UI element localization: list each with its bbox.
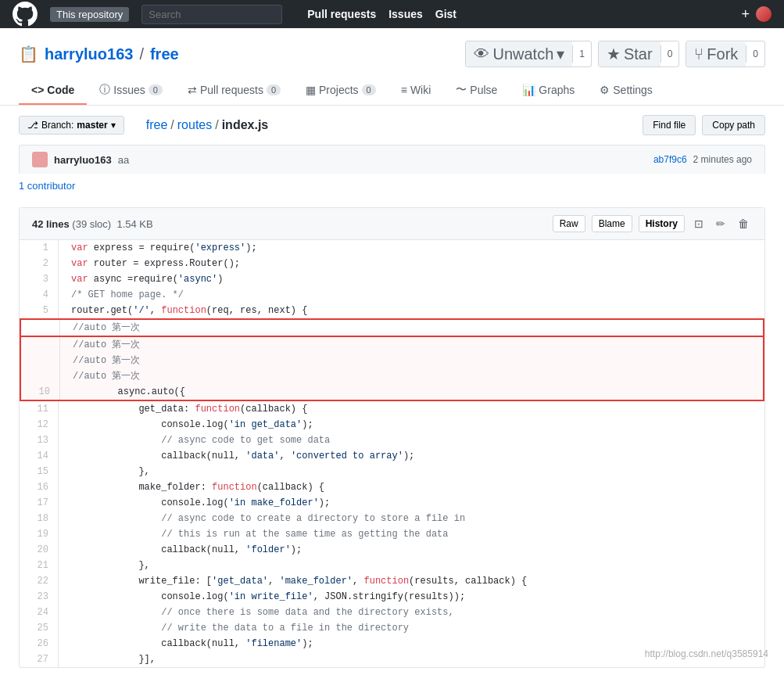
code-line: 21 }, — [20, 558, 764, 573]
breadcrumb-repo[interactable]: free — [146, 118, 168, 132]
code-line: 19 // this is run at the same time as ge… — [20, 526, 764, 542]
tab-code[interactable]: <> Code — [19, 77, 87, 105]
tab-wiki[interactable]: ≡ Wiki — [388, 77, 444, 105]
gist-nav[interactable]: Gist — [435, 8, 456, 20]
code-line: 16 make_folder: function(callback) { — [20, 479, 764, 495]
star-icon: ★ — [607, 45, 621, 63]
repo-scope-label: This repository — [50, 7, 129, 22]
code-line: 18 // async code to create a directory t… — [20, 511, 764, 526]
issues-badge: 0 — [149, 84, 163, 95]
code-line: 4 /* GET home page. */ — [20, 287, 764, 303]
pr-badge: 0 — [267, 84, 281, 95]
commit-author[interactable]: harryluo163 — [54, 154, 112, 166]
code-header: 42 lines (39 sloc) 1.54 KB Raw Blame His… — [20, 208, 764, 240]
issue-icon: ⓘ — [99, 83, 110, 97]
commit-time: 2 minutes ago — [693, 154, 752, 165]
raw-button[interactable]: Raw — [553, 215, 585, 232]
copy-path-button[interactable]: Copy path — [702, 115, 765, 135]
breadcrumb-actions: Find file Copy path — [643, 115, 765, 135]
code-line-highlighted: //auto 第一次 — [20, 353, 764, 368]
star-button[interactable]: ★ Star — [599, 41, 660, 66]
unwatch-count: 1 — [572, 45, 591, 63]
delete-icon-button[interactable]: 🗑 — [735, 214, 752, 233]
repo-header: 📋 harryluo163 / free 👁 Unwatch ▾ 1 ★ Sta… — [0, 28, 784, 106]
wiki-icon: ≡ — [401, 84, 407, 96]
code-icon: <> — [31, 84, 44, 96]
top-header: This repository Pull requests Issues Gis… — [0, 0, 784, 28]
star-group: ★ Star 0 — [598, 41, 679, 67]
eye-icon: 👁 — [474, 45, 489, 63]
fork-button[interactable]: ⑂ Fork — [686, 42, 746, 66]
branch-chevron-icon: ▾ — [111, 120, 116, 131]
code-line: 12 console.log('in get_data'); — [20, 417, 764, 433]
code-line: 2 var router = express.Router(); — [20, 256, 764, 271]
pulse-icon: 〜 — [456, 83, 467, 97]
code-line: 14 callback(null, 'data', 'converted to … — [20, 448, 764, 464]
book-icon: 📋 — [19, 45, 38, 63]
tab-issues[interactable]: ⓘ Issues 0 — [87, 77, 175, 105]
breadcrumb-row: ⎇ Branch: master ▾ free / routes / index… — [0, 106, 784, 145]
repo-owner-link[interactable]: harryluo163 — [45, 45, 133, 63]
code-line: 11 get_data: function(callback) { — [20, 401, 764, 417]
pull-requests-nav[interactable]: Pull requests — [307, 8, 376, 20]
code-line: 15 }, — [20, 464, 764, 479]
blame-button[interactable]: Blame — [592, 215, 632, 232]
header-nav: Pull requests Issues Gist — [307, 8, 456, 20]
edit-icon-button[interactable]: ✏ — [713, 214, 729, 233]
unwatch-group: 👁 Unwatch ▾ 1 — [465, 41, 592, 67]
code-line-highlighted: 10 async.auto({ — [20, 384, 764, 401]
plus-icon[interactable]: + — [741, 6, 750, 23]
unwatch-button[interactable]: 👁 Unwatch ▾ — [466, 41, 572, 66]
tab-pulse[interactable]: 〜 Pulse — [443, 77, 510, 105]
projects-icon: ▦ — [306, 84, 316, 96]
desktop-icon-button[interactable]: ⊡ — [691, 214, 707, 233]
code-line: 17 console.log('in make_folder'); — [20, 495, 764, 511]
commit-meta-right: ab7f9c6 2 minutes ago — [653, 154, 752, 165]
tab-projects[interactable]: ▦ Projects 0 — [293, 77, 388, 105]
issues-nav[interactable]: Issues — [388, 8, 423, 20]
tab-pull-requests[interactable]: ⇄ Pull requests 0 — [175, 77, 293, 105]
breadcrumb-file: index.js — [222, 118, 269, 132]
repo-name-link[interactable]: free — [150, 45, 179, 63]
history-button[interactable]: History — [639, 215, 685, 232]
commit-message: aa — [118, 154, 129, 166]
tab-graphs[interactable]: 📊 Graphs — [510, 77, 587, 105]
author-avatar — [32, 152, 48, 167]
chevron-icon: ▾ — [557, 45, 564, 63]
commit-hash-link[interactable]: ab7f9c6 — [653, 154, 687, 165]
code-line: 20 callback(null, 'folder'); — [20, 542, 764, 558]
code-line: 27 }], — [20, 652, 764, 667]
fork-icon: ⑂ — [694, 45, 703, 63]
code-body: 1 var express = require('express'); 2 va… — [20, 240, 764, 667]
code-line: 13 // async code to get some data — [20, 433, 764, 448]
contributors-bar: 1 contributor — [0, 174, 784, 198]
contributors-link[interactable]: 1 contributor — [19, 180, 75, 192]
code-line-info: 42 lines (39 sloc) 1.54 KB — [32, 218, 153, 230]
code-header-actions: Raw Blame History ⊡ ✏ 🗑 — [553, 214, 752, 233]
code-line: 22 write_file: ['get_data', 'make_folder… — [20, 573, 764, 589]
find-file-button[interactable]: Find file — [643, 115, 696, 135]
branch-icon: ⎇ — [27, 120, 38, 131]
repo-title-row: 📋 harryluo163 / free 👁 Unwatch ▾ 1 ★ Sta… — [19, 41, 765, 67]
code-line: 1 var express = require('express'); — [20, 240, 764, 256]
code-line: 23 console.log('in write_file', JSON.str… — [20, 589, 764, 605]
avatar[interactable] — [756, 6, 771, 22]
pr-icon: ⇄ — [188, 84, 197, 96]
branch-selector[interactable]: ⎇ Branch: master ▾ — [19, 116, 124, 135]
settings-icon: ⚙ — [600, 84, 610, 96]
breadcrumb-sep2: / — [215, 118, 218, 132]
code-line: 3 var async =require('async') — [20, 271, 764, 287]
code-line: 25 // write the data to a file in the di… — [20, 620, 764, 636]
search-input[interactable] — [141, 5, 282, 24]
header-actions: + — [741, 6, 771, 23]
github-logo-icon — [13, 2, 38, 27]
file-meta-bar: harryluo163 aa ab7f9c6 2 minutes ago — [19, 145, 765, 174]
repo-actions: 👁 Unwatch ▾ 1 ★ Star 0 ⑂ Fork 0 — [465, 41, 765, 67]
code-container: 42 lines (39 sloc) 1.54 KB Raw Blame His… — [19, 207, 765, 668]
fork-count: 0 — [746, 45, 764, 63]
tab-settings[interactable]: ⚙ Settings — [587, 77, 665, 105]
breadcrumb-dir[interactable]: routes — [177, 118, 212, 132]
projects-badge: 0 — [362, 84, 376, 95]
code-line-highlighted: //auto 第一次 — [20, 318, 764, 337]
code-line-highlighted: //auto 第一次 — [20, 337, 764, 353]
